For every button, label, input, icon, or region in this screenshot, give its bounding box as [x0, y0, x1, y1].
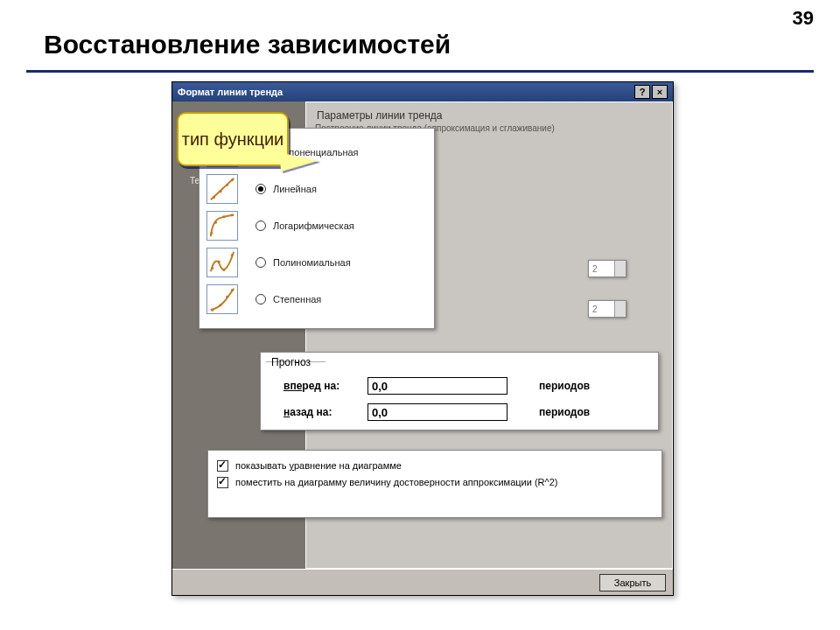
- forward-unit: периодов: [539, 380, 590, 392]
- show-r2-label: поместить на диаграмму величину достовер…: [235, 476, 557, 489]
- pow-radio-label: Степенная: [273, 294, 321, 304]
- svg-point-19: [226, 296, 228, 298]
- poly-radio[interactable]: [256, 257, 266, 268]
- poly-radio-label: Полиномиальная: [273, 257, 351, 268]
- trend-option-pow[interactable]: Степенная: [203, 281, 430, 318]
- svg-point-6: [220, 190, 222, 192]
- log-radio[interactable]: [256, 220, 266, 231]
- svg-point-18: [220, 304, 222, 306]
- dialog-title: Формат линии тренда: [178, 87, 633, 97]
- moving-period-value: 2: [592, 304, 598, 314]
- backward-label: назад на:: [284, 406, 368, 418]
- forward-label: вперед на:: [284, 380, 368, 392]
- close-button[interactable]: Закрыть: [599, 574, 666, 592]
- svg-point-16: [231, 254, 234, 256]
- svg-point-17: [211, 309, 214, 312]
- linear-curve-icon: [206, 174, 238, 204]
- title-divider: [26, 70, 814, 73]
- forecast-group: Прогноз вперед на: периодов назад на: пе…: [260, 352, 659, 430]
- forecast-label: Прогноз: [271, 356, 311, 368]
- dialog-bottom-bar: Закрыть: [172, 569, 673, 595]
- svg-point-5: [213, 196, 215, 199]
- trend-option-poly[interactable]: Полиномиальная: [203, 244, 430, 281]
- poly-curve-icon: [206, 248, 238, 277]
- callout-tail: [279, 149, 319, 172]
- svg-point-14: [218, 261, 220, 263]
- trend-option-lin[interactable]: Линейная: [203, 171, 430, 207]
- callout-bubble: тип функции: [177, 112, 289, 166]
- show-r2-checkbox[interactable]: [217, 477, 228, 488]
- lin-radio-label: Линейная: [273, 184, 317, 194]
- page-number: 39: [793, 7, 814, 30]
- svg-point-15: [222, 269, 225, 271]
- log-radio-label: Логарифмическая: [273, 220, 354, 231]
- svg-point-10: [214, 221, 217, 224]
- poly-order-value: 2: [592, 264, 598, 274]
- moving-period-spin[interactable]: 2: [588, 300, 626, 318]
- panel-title: Параметры линии тренда: [306, 102, 672, 122]
- lin-radio[interactable]: [256, 184, 266, 194]
- show-equation-checkbox[interactable]: [217, 460, 228, 472]
- backward-unit: периодов: [539, 406, 590, 418]
- page-title: Восстановление зависимостей: [44, 30, 451, 60]
- poly-order-spin[interactable]: 2: [588, 260, 626, 277]
- help-button[interactable]: ?: [634, 85, 650, 99]
- pow-radio[interactable]: [256, 294, 266, 304]
- svg-point-8: [231, 178, 234, 181]
- svg-point-20: [231, 289, 234, 291]
- svg-point-13: [211, 267, 214, 270]
- power-curve-icon: [206, 284, 238, 314]
- svg-point-12: [231, 214, 234, 216]
- backward-input[interactable]: [368, 403, 508, 421]
- close-x-button[interactable]: ×: [652, 85, 668, 99]
- forward-input[interactable]: [368, 377, 508, 395]
- svg-point-7: [226, 184, 228, 186]
- svg-point-11: [222, 215, 225, 218]
- show-equation-label: показывать уравнение на диаграмме: [235, 459, 402, 472]
- trend-option-log[interactable]: Логарифмическая: [203, 207, 430, 244]
- log-curve-icon: [206, 211, 238, 241]
- svg-point-9: [210, 232, 213, 234]
- display-options-group: показывать уравнение на диаграмме помест…: [207, 450, 662, 518]
- dialog-titlebar: Формат линии тренда ? ×: [172, 82, 673, 102]
